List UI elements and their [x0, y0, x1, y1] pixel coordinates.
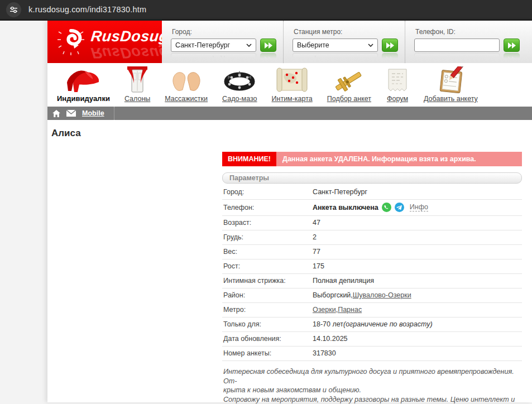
nav-item-forum[interactable]: Форум — [378, 65, 416, 103]
logo-text-reflection: RusDosug — [90, 45, 162, 60]
value-link[interactable]: Шувалово-Озерки — [353, 291, 411, 299]
collar-icon — [223, 65, 256, 93]
value-text: Анкета выключена — [313, 204, 378, 211]
profile-description: Интересная собеседница для культурного д… — [223, 367, 522, 404]
metro-selected-value: Выберите — [297, 41, 329, 49]
param-value: Санкт-Петербург — [313, 188, 367, 196]
city-go-button[interactable] — [260, 39, 276, 52]
section-header-parameters: Параметры — [222, 172, 522, 184]
value-text: (ограничение по возрасту) — [343, 320, 433, 328]
nav-label: Салоны — [124, 95, 150, 103]
param-label: Город: — [223, 188, 313, 196]
browser-address-bar[interactable]: k.rusdosug.com/indi317830.htm — [0, 0, 532, 21]
nav-label: Подбор анкет — [327, 95, 371, 103]
warning-message: Данная анкета УДАЛЕНА. Информация взята … — [276, 152, 522, 166]
url-text[interactable]: k.rusdosug.com/indi317830.htm — [28, 5, 146, 14]
param-value: 47 — [313, 219, 320, 227]
metro-go-button[interactable] — [382, 39, 398, 52]
map-icon — [276, 65, 308, 93]
phone-go-button[interactable] — [504, 39, 520, 52]
param-row: Дата обновления:14.10.2025 — [222, 332, 522, 347]
param-row: Возраст:47 — [222, 216, 522, 230]
heels-icon — [64, 65, 103, 93]
mobile-link[interactable]: Mobile — [82, 109, 104, 117]
param-value: 317830 — [313, 349, 336, 357]
param-row: Вес:77 — [222, 245, 522, 259]
double-arrow-icon — [264, 42, 273, 49]
param-value: Выборгский, Шувалово-Озерки — [313, 291, 411, 299]
param-value: 18-70 лет (ограничение по возрасту) — [313, 320, 433, 328]
nav-item-dobavit-anketu[interactable]: Добавить анкету — [416, 65, 485, 103]
toolbar-separator — [114, 107, 114, 120]
value-text: 47 — [313, 219, 320, 227]
param-row: Интимная стрижка:Полная депиляция — [222, 274, 522, 288]
value-link[interactable]: Озерки — [313, 306, 336, 314]
value-text: 175 — [313, 262, 324, 270]
telegram-icon[interactable] — [395, 203, 404, 212]
param-row: Грудь:2 — [222, 230, 522, 245]
param-value: 175 — [313, 262, 324, 270]
nav-item-massazhistki[interactable]: Массажистки — [157, 65, 215, 103]
logo-words: RusDosug RusDosug — [91, 29, 162, 60]
nav-item-individualki[interactable]: Индивидуалки — [50, 65, 117, 103]
param-row: Город:Санкт-Петербург — [222, 185, 522, 200]
value-text: Полная депиляция — [313, 277, 374, 285]
site-settings-icon[interactable] — [6, 2, 21, 17]
deleted-warning-banner: ВНИМАНИЕ! Данная анкета УДАЛЕНА. Информа… — [222, 152, 522, 166]
logo-swirl-icon — [56, 26, 85, 57]
city-form: Город: Санкт-Петербург — [162, 21, 283, 63]
nav-item-podbor-anket[interactable]: Подбор анкет — [320, 65, 378, 103]
param-row: Район:Выборгский, Шувалово-Озерки — [222, 288, 522, 303]
home-icon[interactable] — [52, 110, 60, 117]
clipboard-icon — [434, 65, 467, 93]
value-text: 77 — [313, 248, 320, 256]
param-value: Озерки, Парнас — [313, 306, 362, 314]
city-select[interactable]: Санкт-Петербург — [171, 39, 256, 52]
param-row: Телефон:Анкета выключена Инфо — [222, 200, 522, 216]
param-value: 77 — [313, 248, 320, 256]
caliper-icon — [333, 65, 365, 93]
nav-label: Форум — [387, 95, 408, 103]
param-value: Полная депиляция — [313, 277, 374, 285]
nav-item-intim-karta[interactable]: Интим-карта — [265, 65, 320, 103]
hands-icon — [170, 65, 203, 93]
param-row: Номер анкеты:317830 — [222, 347, 522, 361]
param-label: Номер анкеты: — [223, 349, 313, 357]
page-content: Алиса ВНИМАНИЕ! Данная анкета УДАЛЕНА. И… — [47, 120, 532, 404]
value-link[interactable]: Парнас — [338, 306, 362, 314]
nav-item-sado-mazo[interactable]: Садо-мазо — [215, 65, 264, 103]
param-label: Метро: — [223, 306, 313, 314]
param-value: 14.10.2025 — [313, 335, 348, 343]
param-label: Вес: — [223, 248, 313, 256]
param-label: Район: — [223, 291, 313, 299]
param-label: Только для: — [223, 320, 313, 328]
page-title: Алиса — [51, 128, 522, 139]
param-row: Метро:Озерки, Парнас — [222, 303, 522, 318]
phone-label: Телефон, ID: — [415, 28, 520, 36]
site-header: RusDosug RusDosug Город: Санкт-Петербург — [47, 21, 532, 63]
metro-label: Станция метро: — [294, 28, 398, 36]
header-forms: Город: Санкт-Петербург — [162, 21, 532, 63]
value-text: 14.10.2025 — [313, 335, 348, 343]
chevron-down-icon — [246, 44, 252, 47]
value-link[interactable]: Инфо — [410, 203, 428, 211]
whatsapp-icon[interactable] — [382, 203, 391, 212]
nav-item-salony[interactable]: Салоны — [117, 65, 157, 103]
phone-id-input[interactable] — [414, 39, 500, 52]
double-arrow-icon — [386, 42, 395, 49]
site-wrapper: RusDosug RusDosug Город: Санкт-Петербург — [47, 21, 532, 402]
param-row: Рост:175 — [222, 259, 522, 274]
double-arrow-icon — [507, 42, 516, 49]
secondary-toolbar: Mobile — [47, 107, 532, 120]
value-text: 18-70 лет — [313, 320, 343, 328]
site-logo[interactable]: RusDosug RusDosug — [47, 21, 162, 63]
nav-label: Добавить анкету — [424, 95, 478, 103]
value-text: Санкт-Петербург — [313, 188, 367, 196]
nav-label: Индивидуалки — [57, 94, 110, 103]
param-value: 2 — [313, 233, 317, 241]
value-text: 317830 — [313, 349, 336, 357]
value-text: 2 — [313, 233, 317, 241]
chevron-down-icon — [368, 44, 373, 47]
mail-icon[interactable] — [66, 110, 76, 117]
metro-select[interactable]: Выберите — [293, 39, 378, 52]
